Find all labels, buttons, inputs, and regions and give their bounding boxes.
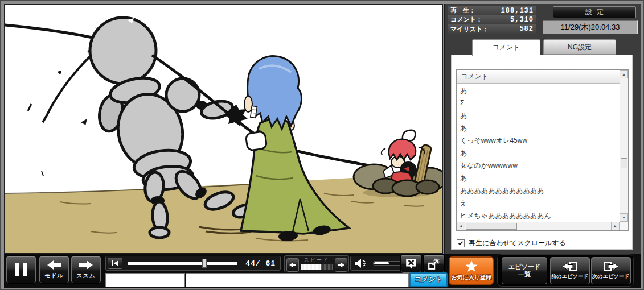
comment-row[interactable]: あ [457, 84, 620, 97]
play-count-label: 再 生： [450, 6, 475, 15]
command-input[interactable] [105, 273, 185, 287]
scroll-left-icon[interactable]: ◄ [457, 222, 465, 230]
comment-rows: あ Σ あ あ くっそwwwオレ45ww あ 女なのかwwwwww あ ああああ… [457, 84, 620, 222]
scroll-up-icon[interactable]: ▲ [620, 70, 628, 78]
comment-row[interactable]: あ [457, 109, 620, 122]
comment-column-header: コメント [457, 70, 620, 84]
speed-block [317, 264, 321, 270]
favorite-button[interactable]: お気に入り登録 [449, 256, 494, 285]
comment-toggle-button[interactable] [401, 255, 421, 273]
next-episode-button[interactable]: 次のエピソード [591, 257, 631, 284]
episode-nav: エピソード 一覧 前のエピソード 次のエピソード [497, 254, 634, 287]
comment-row[interactable]: Σ [457, 97, 620, 109]
prev-episode-button[interactable]: 前のエピソード [550, 257, 590, 284]
tab-ng-settings[interactable]: NG設定 [543, 39, 616, 55]
volume-fill [374, 262, 389, 264]
comment-row[interactable]: ヒメちゃああああああああん [457, 209, 620, 222]
speed-group: スピード [284, 255, 349, 272]
player-window: 再 生： 188,131 コメント： 5,310 マイリスト： 582 設定 1… [0, 0, 644, 290]
check-icon [458, 240, 463, 245]
video-scene-art [5, 5, 442, 253]
control-bar: モドル ススム 44/ 61 スピード [4, 254, 641, 288]
comment-row[interactable]: あ [457, 122, 620, 134]
seek-thumb[interactable] [202, 259, 207, 268]
arrow-left-icon [47, 260, 61, 270]
comment-row[interactable]: 女なのかwwwwww [457, 159, 620, 172]
comment-tab-panel: コメント あ Σ あ あ くっそwwwオレ45ww あ 女なのかwwwwww あ… [451, 55, 633, 250]
next-episode-label: 次のエピソード [592, 272, 629, 280]
autoscroll-option: 再生に合わせてスクロールする [457, 238, 566, 248]
frame-counter: 44/ 61 [243, 259, 280, 268]
autoscroll-label: 再生に合わせてスクロールする [469, 238, 566, 248]
tab-comment[interactable]: コメント [472, 39, 540, 56]
pause-icon [15, 263, 27, 276]
favorite-label: お気に入り登録 [451, 274, 491, 281]
comment-input[interactable] [186, 273, 409, 287]
step-back-label: モドル [44, 272, 64, 280]
next-episode-icon [602, 262, 620, 271]
resize-button[interactable] [424, 255, 444, 273]
comment-row[interactable]: くっそwwwオレ45ww [457, 134, 620, 147]
comment-count-label: コメント： [450, 15, 482, 24]
speed-block [313, 264, 317, 270]
volume-group [350, 256, 403, 271]
settings-button[interactable]: 設定 [553, 6, 636, 18]
speed-block [301, 264, 305, 270]
comment-row[interactable]: あ [457, 147, 620, 159]
speed-block [325, 264, 329, 270]
pause-button[interactable] [6, 256, 36, 283]
skip-start-icon [111, 260, 119, 267]
episode-list-button[interactable]: エピソード 一覧 [502, 257, 547, 284]
volume-slider[interactable] [373, 261, 401, 266]
comment-row[interactable]: え [457, 197, 620, 209]
vertical-scroll-thumb[interactable] [621, 158, 627, 168]
speed-block [305, 264, 309, 270]
stat-row-mylist: マイリスト： 582 [448, 24, 536, 34]
stats-table: 再 生： 188,131 コメント： 5,310 マイリスト： 582 [448, 6, 536, 34]
arrow-right-icon [79, 260, 93, 270]
comment-row[interactable]: あ [457, 172, 620, 184]
resize-icon [428, 258, 440, 270]
horizontal-scroll-thumb[interactable] [466, 223, 517, 230]
prev-episode-icon [561, 262, 579, 271]
episode-list-label-1: エピソード [508, 263, 540, 271]
scroll-down-icon[interactable]: ▼ [620, 213, 628, 222]
video-canvas[interactable] [4, 4, 443, 254]
step-back-button[interactable]: モドル [39, 256, 69, 283]
prev-episode-label: 前のエピソード [551, 272, 588, 280]
step-forward-label: ススム [76, 272, 96, 280]
play-count-value: 188,131 [501, 7, 534, 15]
comment-listbox: コメント あ Σ あ あ くっそwwwオレ45ww あ 女なのかwwwwww あ… [456, 69, 629, 231]
comment-count-value: 5,310 [510, 16, 534, 24]
stat-row-play: 再 生： 188,131 [448, 6, 536, 15]
episode-list-label-2: 一覧 [508, 271, 540, 278]
scroll-right-icon[interactable]: ► [611, 222, 620, 230]
speed-block [309, 264, 313, 270]
info-panel: 再 生： 188,131 コメント： 5,310 マイリスト： 582 設定 1… [444, 4, 641, 254]
speed-block [321, 264, 325, 270]
speaker-icon [354, 258, 368, 268]
seek-group: 44/ 61 [105, 256, 281, 271]
stat-row-comment: コメント： 5,310 [448, 15, 536, 24]
comment-off-icon [405, 258, 417, 270]
step-forward-button[interactable]: ススム [71, 256, 101, 283]
scrollbar-corner [620, 222, 628, 230]
mylist-count-label: マイリスト： [450, 25, 489, 34]
horizontal-scrollbar[interactable]: ◄ ► [457, 222, 620, 230]
star-icon [465, 260, 478, 272]
vertical-scrollbar[interactable]: ▲ ▼ [620, 70, 628, 222]
seek-bar[interactable] [128, 262, 237, 265]
datetime-display: 11/29(木)20:04:33 [543, 20, 638, 34]
speed-block [329, 264, 333, 270]
speed-blocks [301, 264, 333, 270]
mylist-count-value: 582 [519, 25, 534, 33]
comment-submit-button[interactable]: コメント [409, 272, 448, 287]
speed-label: スピード [285, 256, 348, 264]
autoscroll-checkbox[interactable] [457, 239, 465, 247]
comment-row[interactable]: ああああああああああああ [457, 184, 620, 197]
skip-to-start-button[interactable] [108, 258, 122, 269]
